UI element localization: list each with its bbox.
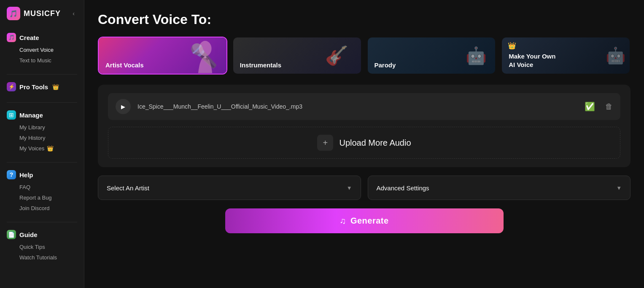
guide-section-icon: 📄: [7, 230, 16, 239]
sidebar-section-help-header[interactable]: ? Help: [0, 166, 84, 182]
help-section-label: Help: [19, 171, 33, 179]
sidebar-section-guide-header[interactable]: 📄 Guide: [0, 226, 84, 242]
logo-area: 🎵 MUSICFY ‹: [0, 7, 84, 29]
guitar-icon: 🎸: [325, 45, 348, 67]
sidebar: 🎵 MUSICFY ‹ 🎵 Create Convert Voice Text …: [0, 0, 84, 288]
advanced-settings-dropdown[interactable]: Advanced Settings ▼: [368, 176, 631, 200]
dropdowns-row: Select An Artist ▼ Advanced Settings ▼: [98, 176, 631, 200]
manage-section-label: Manage: [19, 112, 43, 119]
help-sub-items: FAQ Report a Bug Join Discord: [0, 182, 84, 213]
upload-more-label: Upload More Audio: [339, 138, 411, 148]
sidebar-section-create-header[interactable]: 🎵 Create: [0, 29, 84, 45]
sidebar-section-guide: 📄 Guide Quick Tips Watch Tutorials: [0, 226, 84, 268]
instrumentals-label: Instrumentals: [240, 61, 281, 69]
divider-1: [7, 74, 77, 75]
sidebar-item-my-library[interactable]: My Library: [19, 122, 84, 133]
logo-text: MUSICFY: [24, 9, 61, 18]
artist-vocals-label: Artist Vocals: [105, 61, 144, 69]
audio-delete-button[interactable]: 🗑: [605, 102, 613, 111]
manage-section-icon: ⊞: [7, 110, 16, 120]
voice-cards-container: 🎤 Artist Vocals 🎸 Instrumentals 🤖 Parody…: [98, 37, 631, 75]
parody-label: Parody: [375, 61, 396, 69]
upload-more-button[interactable]: + Upload More Audio: [108, 127, 620, 159]
main-content: Convert Voice To: 🎤 Artist Vocals 🎸 Inst…: [84, 0, 644, 288]
audio-check-icon: ✅: [585, 101, 595, 112]
svg-point-0: [199, 41, 212, 56]
pro-tools-section-icon: ⚡: [7, 82, 16, 91]
collapse-button[interactable]: ‹: [70, 9, 77, 18]
guide-sub-items: Quick Tips Watch Tutorials: [0, 242, 84, 263]
sidebar-item-convert-voice[interactable]: Convert Voice: [19, 45, 84, 55]
select-artist-dropdown[interactable]: Select An Artist ▼: [98, 176, 361, 200]
create-sub-items: Convert Voice Text to Music: [0, 45, 84, 66]
help-section-icon: ?: [7, 170, 16, 179]
voice-card-make-ai-voice[interactable]: 👑 🤖 Make Your Own AI Voice: [501, 37, 631, 75]
make-ai-voice-label: Make Your Own AI Voice: [509, 52, 559, 69]
generate-button[interactable]: ♫ Generate: [225, 208, 504, 233]
sidebar-item-report-bug[interactable]: Report a Bug: [19, 192, 84, 203]
guide-section-label: Guide: [19, 231, 38, 238]
robot-icon: 🤖: [466, 46, 487, 66]
sidebar-section-manage-header[interactable]: ⊞ Manage: [0, 106, 84, 122]
play-button[interactable]: ▶: [116, 99, 131, 114]
voice-card-instrumentals[interactable]: 🎸 Instrumentals: [232, 37, 362, 75]
voice-card-artist-vocals[interactable]: 🎤 Artist Vocals: [98, 37, 227, 75]
divider-4: [7, 222, 77, 222]
my-voices-crown-icon: 👑: [47, 145, 54, 152]
sidebar-section-pro-tools: ⚡ Pro Tools 👑: [0, 78, 84, 99]
advanced-settings-label: Advanced Settings: [377, 184, 429, 192]
sidebar-section-help: ? Help FAQ Report a Bug Join Discord: [0, 166, 84, 219]
sidebar-item-watch-tutorials[interactable]: Watch Tutorials: [19, 252, 84, 263]
select-artist-chevron-icon: ▼: [347, 185, 352, 191]
sidebar-section-create: 🎵 Create Convert Voice Text to Music: [0, 29, 84, 71]
audio-filename: Ice_Spice___Munch__Feelin_U___Official_M…: [137, 103, 578, 110]
sidebar-item-text-to-music[interactable]: Text to Music: [19, 55, 84, 66]
sidebar-item-faq[interactable]: FAQ: [19, 182, 84, 192]
advanced-settings-chevron-icon: ▼: [616, 185, 622, 191]
manage-sub-items: My Library My History My Voices 👑: [0, 122, 84, 154]
pro-tools-section-label: Pro Tools: [19, 83, 48, 91]
ai-figure-icon: 🤖: [606, 46, 625, 65]
sidebar-section-manage: ⊞ Manage My Library My History My Voices…: [0, 106, 84, 159]
logo-icon: 🎵: [7, 7, 20, 20]
create-section-label: Create: [19, 34, 39, 41]
select-artist-label: Select An Artist: [107, 184, 149, 192]
pro-tools-crown-icon: 👑: [52, 84, 59, 90]
divider-2: [7, 102, 77, 103]
generate-label: Generate: [350, 216, 389, 226]
sidebar-section-pro-tools-header[interactable]: ⚡ Pro Tools 👑: [0, 78, 84, 94]
sidebar-item-my-history[interactable]: My History: [19, 133, 84, 143]
upload-plus-icon: +: [317, 135, 333, 151]
create-section-icon: 🎵: [7, 33, 16, 42]
generate-icon: ♫: [340, 216, 346, 226]
sidebar-item-join-discord[interactable]: Join Discord: [19, 203, 84, 213]
audio-file-row: ▶ Ice_Spice___Munch__Feelin_U___Official…: [108, 93, 620, 120]
voice-card-parody[interactable]: 🤖 Parody: [367, 37, 496, 75]
make-ai-crown-icon: 👑: [508, 42, 516, 50]
audio-area: ▶ Ice_Spice___Munch__Feelin_U___Official…: [98, 85, 631, 167]
sidebar-item-quick-tips[interactable]: Quick Tips: [19, 242, 84, 252]
divider-3: [7, 162, 77, 163]
sidebar-item-my-voices[interactable]: My Voices 👑: [19, 143, 84, 154]
page-title: Convert Voice To:: [98, 12, 631, 27]
